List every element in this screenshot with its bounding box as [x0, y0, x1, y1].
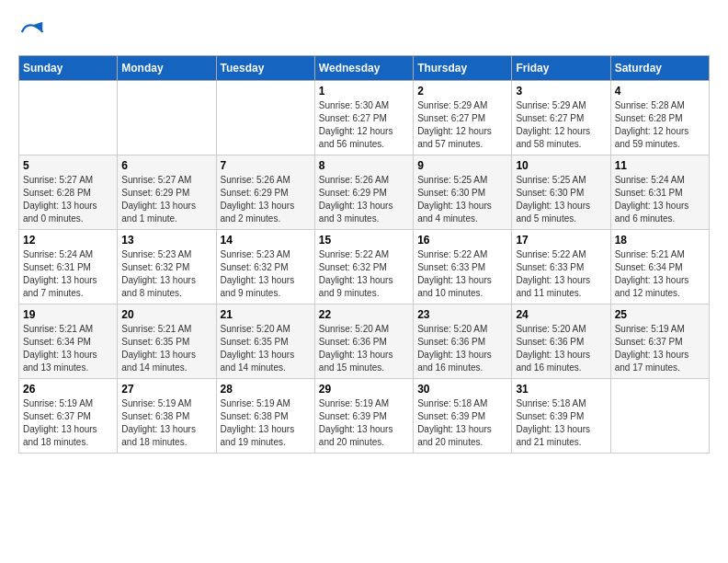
day-info: Sunrise: 5:23 AM Sunset: 6:32 PM Dayligh…	[121, 248, 211, 300]
calendar-cell: 18Sunrise: 5:21 AM Sunset: 6:34 PM Dayli…	[610, 230, 709, 304]
day-info: Sunrise: 5:19 AM Sunset: 6:37 PM Dayligh…	[23, 397, 113, 449]
day-number: 29	[319, 383, 409, 396]
day-number: 21	[221, 308, 311, 321]
calendar-cell: 1Sunrise: 5:30 AM Sunset: 6:27 PM Daylig…	[314, 81, 413, 155]
calendar-header-friday: Friday	[512, 56, 610, 81]
calendar-cell: 27Sunrise: 5:19 AM Sunset: 6:38 PM Dayli…	[118, 379, 216, 454]
calendar-header-saturday: Saturday	[610, 56, 709, 81]
day-info: Sunrise: 5:26 AM Sunset: 6:29 PM Dayligh…	[221, 174, 311, 225]
calendar-cell	[610, 379, 709, 454]
day-number: 10	[516, 159, 606, 172]
calendar-header-row: SundayMondayTuesdayWednesdayThursdayFrid…	[19, 56, 710, 81]
calendar-cell: 11Sunrise: 5:24 AM Sunset: 6:31 PM Dayli…	[610, 155, 709, 230]
day-info: Sunrise: 5:27 AM Sunset: 6:29 PM Dayligh…	[121, 174, 211, 225]
calendar-week-row: 12Sunrise: 5:24 AM Sunset: 6:31 PM Dayli…	[19, 230, 710, 304]
day-info: Sunrise: 5:26 AM Sunset: 6:29 PM Dayligh…	[319, 174, 409, 225]
day-info: Sunrise: 5:21 AM Sunset: 6:34 PM Dayligh…	[615, 248, 705, 300]
calendar-cell: 3Sunrise: 5:29 AM Sunset: 6:27 PM Daylig…	[512, 81, 610, 155]
day-number: 4	[615, 85, 705, 98]
calendar-cell: 15Sunrise: 5:22 AM Sunset: 6:32 PM Dayli…	[314, 230, 413, 304]
calendar-cell: 2Sunrise: 5:29 AM Sunset: 6:27 PM Daylig…	[414, 81, 512, 155]
day-number: 24	[516, 308, 606, 321]
day-info: Sunrise: 5:22 AM Sunset: 6:32 PM Dayligh…	[319, 248, 409, 300]
calendar-cell: 10Sunrise: 5:25 AM Sunset: 6:30 PM Dayli…	[512, 155, 610, 230]
calendar-cell: 20Sunrise: 5:21 AM Sunset: 6:35 PM Dayli…	[118, 304, 216, 379]
day-number: 5	[23, 159, 113, 172]
calendar-table: SundayMondayTuesdayWednesdayThursdayFrid…	[18, 55, 710, 454]
day-info: Sunrise: 5:28 AM Sunset: 6:28 PM Dayligh…	[615, 99, 705, 151]
day-info: Sunrise: 5:22 AM Sunset: 6:33 PM Dayligh…	[516, 248, 606, 300]
day-info: Sunrise: 5:18 AM Sunset: 6:39 PM Dayligh…	[417, 397, 507, 449]
day-number: 18	[615, 234, 705, 247]
calendar-cell: 13Sunrise: 5:23 AM Sunset: 6:32 PM Dayli…	[118, 230, 216, 304]
day-number: 19	[23, 308, 113, 321]
calendar-week-row: 1Sunrise: 5:30 AM Sunset: 6:27 PM Daylig…	[19, 81, 710, 155]
calendar-cell: 17Sunrise: 5:22 AM Sunset: 6:33 PM Dayli…	[512, 230, 610, 304]
calendar-cell: 6Sunrise: 5:27 AM Sunset: 6:29 PM Daylig…	[118, 155, 216, 230]
day-number: 7	[221, 159, 311, 172]
calendar-cell: 30Sunrise: 5:18 AM Sunset: 6:39 PM Dayli…	[414, 379, 512, 454]
day-number: 17	[516, 234, 606, 247]
day-info: Sunrise: 5:20 AM Sunset: 6:36 PM Dayligh…	[417, 323, 507, 374]
day-number: 12	[23, 234, 113, 247]
day-info: Sunrise: 5:20 AM Sunset: 6:35 PM Dayligh…	[221, 323, 311, 374]
day-number: 30	[417, 383, 507, 396]
calendar-cell	[118, 81, 216, 155]
day-info: Sunrise: 5:27 AM Sunset: 6:28 PM Dayligh…	[23, 174, 113, 225]
day-info: Sunrise: 5:22 AM Sunset: 6:33 PM Dayligh…	[417, 248, 507, 300]
page-header	[18, 18, 710, 46]
calendar-cell: 4Sunrise: 5:28 AM Sunset: 6:28 PM Daylig…	[610, 81, 709, 155]
day-info: Sunrise: 5:20 AM Sunset: 6:36 PM Dayligh…	[516, 323, 606, 374]
calendar-cell: 24Sunrise: 5:20 AM Sunset: 6:36 PM Dayli…	[512, 304, 610, 379]
day-number: 1	[319, 85, 409, 98]
day-number: 27	[121, 383, 211, 396]
calendar-week-row: 19Sunrise: 5:21 AM Sunset: 6:34 PM Dayli…	[19, 304, 710, 379]
logo	[18, 18, 50, 46]
calendar-cell: 7Sunrise: 5:26 AM Sunset: 6:29 PM Daylig…	[216, 155, 314, 230]
calendar-header-monday: Monday	[118, 56, 216, 81]
day-number: 26	[23, 383, 113, 396]
calendar-cell: 5Sunrise: 5:27 AM Sunset: 6:28 PM Daylig…	[19, 155, 118, 230]
day-info: Sunrise: 5:19 AM Sunset: 6:39 PM Dayligh…	[319, 397, 409, 449]
calendar-cell: 29Sunrise: 5:19 AM Sunset: 6:39 PM Dayli…	[314, 379, 413, 454]
day-number: 13	[121, 234, 211, 247]
day-info: Sunrise: 5:19 AM Sunset: 6:38 PM Dayligh…	[121, 397, 211, 449]
calendar-cell: 25Sunrise: 5:19 AM Sunset: 6:37 PM Dayli…	[610, 304, 709, 379]
calendar-cell: 26Sunrise: 5:19 AM Sunset: 6:37 PM Dayli…	[19, 379, 118, 454]
day-info: Sunrise: 5:20 AM Sunset: 6:36 PM Dayligh…	[319, 323, 409, 374]
logo-icon	[18, 18, 46, 46]
calendar-week-row: 26Sunrise: 5:19 AM Sunset: 6:37 PM Dayli…	[19, 379, 710, 454]
calendar-cell: 9Sunrise: 5:25 AM Sunset: 6:30 PM Daylig…	[414, 155, 512, 230]
day-number: 16	[417, 234, 507, 247]
calendar-cell: 31Sunrise: 5:18 AM Sunset: 6:39 PM Dayli…	[512, 379, 610, 454]
day-number: 8	[319, 159, 409, 172]
day-info: Sunrise: 5:18 AM Sunset: 6:39 PM Dayligh…	[516, 397, 606, 449]
day-info: Sunrise: 5:19 AM Sunset: 6:37 PM Dayligh…	[615, 323, 705, 374]
calendar-header-sunday: Sunday	[19, 56, 118, 81]
day-number: 3	[516, 85, 606, 98]
day-number: 6	[121, 159, 211, 172]
day-info: Sunrise: 5:25 AM Sunset: 6:30 PM Dayligh…	[516, 174, 606, 225]
day-info: Sunrise: 5:29 AM Sunset: 6:27 PM Dayligh…	[516, 99, 606, 151]
day-info: Sunrise: 5:21 AM Sunset: 6:34 PM Dayligh…	[23, 323, 113, 374]
calendar-header-tuesday: Tuesday	[216, 56, 314, 81]
day-number: 31	[516, 383, 606, 396]
day-info: Sunrise: 5:21 AM Sunset: 6:35 PM Dayligh…	[121, 323, 211, 374]
calendar-header-thursday: Thursday	[414, 56, 512, 81]
day-info: Sunrise: 5:30 AM Sunset: 6:27 PM Dayligh…	[319, 99, 409, 151]
day-number: 9	[417, 159, 507, 172]
day-info: Sunrise: 5:29 AM Sunset: 6:27 PM Dayligh…	[417, 99, 507, 151]
calendar-week-row: 5Sunrise: 5:27 AM Sunset: 6:28 PM Daylig…	[19, 155, 710, 230]
calendar-header-wednesday: Wednesday	[314, 56, 413, 81]
day-info: Sunrise: 5:23 AM Sunset: 6:32 PM Dayligh…	[221, 248, 311, 300]
calendar-cell: 28Sunrise: 5:19 AM Sunset: 6:38 PM Dayli…	[216, 379, 314, 454]
calendar-cell: 22Sunrise: 5:20 AM Sunset: 6:36 PM Dayli…	[314, 304, 413, 379]
day-number: 14	[221, 234, 311, 247]
day-info: Sunrise: 5:19 AM Sunset: 6:38 PM Dayligh…	[221, 397, 311, 449]
day-number: 28	[221, 383, 311, 396]
day-number: 20	[121, 308, 211, 321]
calendar-cell: 8Sunrise: 5:26 AM Sunset: 6:29 PM Daylig…	[314, 155, 413, 230]
calendar-cell: 23Sunrise: 5:20 AM Sunset: 6:36 PM Dayli…	[414, 304, 512, 379]
day-info: Sunrise: 5:25 AM Sunset: 6:30 PM Dayligh…	[417, 174, 507, 225]
day-number: 15	[319, 234, 409, 247]
